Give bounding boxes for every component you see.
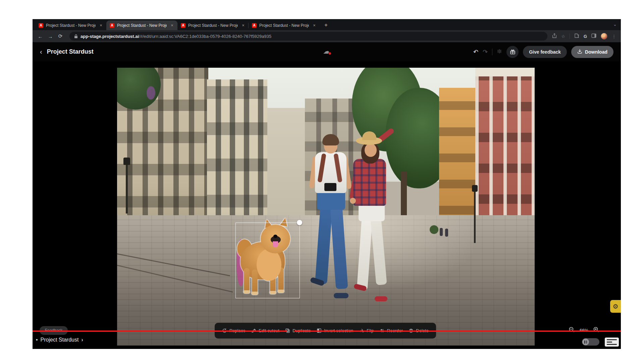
selection-handle[interactable] [297, 220, 302, 225]
page-title: Project Stardust [47, 48, 94, 55]
pause-toggle[interactable] [582, 338, 599, 346]
recording-progress-line [33, 330, 287, 332]
sync-status: ☁ [323, 47, 330, 56]
share-icon[interactable] [552, 33, 557, 40]
tab-title: Project Stardust - New Project [188, 23, 238, 28]
back-button[interactable]: ← [36, 32, 45, 41]
divider [570, 34, 570, 39]
new-tab-button[interactable]: + [322, 21, 330, 29]
whats-new-button[interactable] [506, 46, 519, 58]
breadcrumb-label: Project Stardust [41, 337, 79, 343]
kebab-menu-icon[interactable]: ⋮ [612, 34, 616, 39]
url-text: app-stage.projectstardust.ai/#/edit/urn:… [80, 34, 271, 39]
chevron-right-icon: › [81, 337, 83, 343]
profile-avatar[interactable] [601, 33, 607, 40]
tab-close-icon[interactable]: × [312, 23, 317, 28]
google-g-icon[interactable]: G [584, 34, 587, 39]
breadcrumb[interactable]: • Project Stardust › [36, 337, 83, 343]
tab-title: Project Stardust - New Project [259, 23, 309, 28]
screenshot-stage: A Project Stardust - New Project × A Pro… [0, 0, 644, 362]
url-path: /#/edit/urn:aaid:sc:VA6C2:1de033ba-0579-… [139, 34, 271, 39]
app-back-button[interactable]: ‹ [40, 48, 42, 56]
lock-icon [74, 34, 78, 39]
recording-progress-line [294, 330, 621, 332]
tab-strip: A Project Stardust - New Project × A Pro… [33, 19, 621, 30]
keyboard-shortcuts-button[interactable] [605, 338, 619, 347]
tab-2-active[interactable]: A Project Stardust - New Project × [106, 20, 177, 30]
tab-close-icon[interactable]: × [98, 23, 104, 28]
url-domain: app-stage.projectstardust.ai [80, 34, 139, 39]
app-header: ‹ Project Stardust ☁ ↶ ↷ Give feedback [33, 42, 621, 61]
divider [492, 49, 492, 55]
give-feedback-label: Give feedback [529, 49, 561, 55]
browser-action-icons: ☆ G ⋮ [552, 33, 618, 40]
dog-cutout[interactable] [117, 68, 535, 346]
download-icon [577, 49, 582, 55]
reload-button[interactable]: ⟳ [56, 32, 65, 41]
header-actions: ↶ ↷ Give feedback Download [473, 46, 613, 58]
url-field[interactable]: app-stage.projectstardust.ai/#/edit/urn:… [69, 32, 547, 41]
extensions-puzzle-icon[interactable] [574, 33, 579, 40]
bookmark-star-icon[interactable]: ☆ [561, 34, 565, 39]
adobe-logo-icon: A [252, 23, 257, 28]
tab-close-icon[interactable]: × [169, 23, 175, 28]
photo-layer[interactable] [117, 68, 535, 346]
settings-gear-fab[interactable]: ⚙ [610, 300, 621, 313]
adobe-logo-icon: A [39, 23, 43, 28]
redo-icon[interactable]: ↷ [483, 48, 488, 56]
undo-icon[interactable]: ↶ [473, 48, 478, 56]
tab-title: Project Stardust - New Project [117, 23, 167, 28]
address-bar: ← → ⟳ app-stage.projectstardust.ai/#/edi… [33, 30, 621, 42]
tab-search-chevron-icon[interactable]: ⌄ [613, 22, 617, 27]
gift-icon [510, 49, 516, 55]
tab-4[interactable]: A Project Stardust - New Project × [249, 20, 320, 30]
sync-error-dot [328, 52, 331, 55]
give-feedback-button[interactable]: Give feedback [523, 46, 567, 58]
pause-icon [582, 339, 589, 345]
editor-canvas[interactable] [33, 61, 621, 349]
adobe-logo-icon: A [181, 23, 185, 28]
side-panel-icon[interactable] [591, 33, 596, 39]
version-history-icon[interactable] [497, 49, 502, 55]
forward-button[interactable]: → [46, 32, 55, 41]
tab-close-icon[interactable]: × [240, 23, 246, 28]
tab-1[interactable]: A Project Stardust - New Project × [35, 20, 106, 30]
download-button[interactable]: Download [571, 46, 613, 58]
browser-window: A Project Stardust - New Project × A Pro… [33, 19, 621, 349]
adobe-logo-icon: A [110, 23, 114, 28]
tab-title: Project Stardust - New Project [46, 23, 96, 28]
selection-bounding-box[interactable] [235, 223, 300, 298]
tab-3[interactable]: A Project Stardust - New Project × [177, 20, 249, 30]
download-label: Download [585, 49, 607, 55]
breadcrumb-bullet: • [36, 337, 38, 343]
